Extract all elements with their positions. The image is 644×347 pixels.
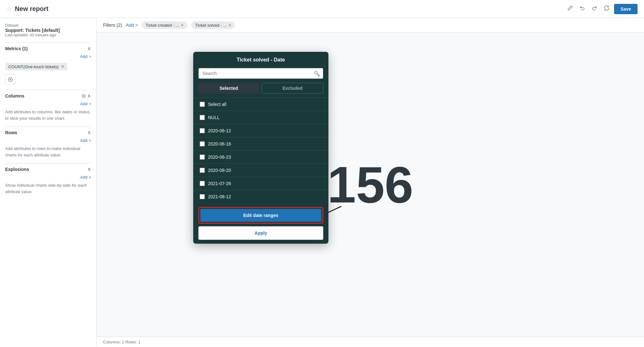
page-title: New report	[15, 5, 48, 13]
list-item-2020-08-20[interactable]: 2020-08-20	[193, 164, 328, 177]
columns-collapse-button[interactable]: ∧	[87, 93, 91, 99]
explosions-collapse-button[interactable]: ∧	[87, 166, 91, 172]
columns-placeholder: Add attributes to columns, like dates or…	[5, 109, 91, 121]
tab-excluded[interactable]: Excluded	[262, 83, 323, 94]
filters-label: Filters (2)	[103, 23, 122, 28]
sidebar: Dataset Support: Tickets [default] Last …	[0, 18, 97, 347]
dropdown-search-container: 🔍	[193, 68, 328, 83]
dataset-updated: Last updated: 43 minutes ago	[5, 33, 91, 37]
list-item-2021-08-12-label: 2021-08-12	[208, 194, 231, 199]
filters-add-button[interactable]: Add >	[126, 23, 138, 28]
explosions-placeholder: Show individual charts side-by-side for …	[5, 182, 91, 195]
checkbox-2020-06-16[interactable]	[200, 141, 205, 146]
status-text: Columns: 1 Rows: 1	[103, 340, 140, 344]
top-bar: ☆ New report	[0, 0, 644, 18]
chart-area: 156 Ticket solved - Date 🔍	[97, 33, 644, 337]
star-icon[interactable]: ☆	[6, 5, 12, 13]
rows-collapse-button[interactable]: ∧	[87, 129, 91, 136]
list-item-2021-07-26[interactable]: 2021-07-26	[193, 177, 328, 190]
save-button[interactable]: Save	[614, 4, 638, 14]
list-item-2020-08-20-label: 2020-08-20	[208, 168, 231, 173]
search-input[interactable]	[198, 68, 323, 79]
checkbox-2021-07-26[interactable]	[200, 181, 205, 186]
status-bar: Columns: 1 Rows: 1	[97, 337, 644, 347]
app: ☆ New report	[0, 0, 644, 347]
edit-date-ranges-button[interactable]: Edit date ranges	[200, 209, 321, 222]
filter-chip-ticket-solved-close[interactable]: ×	[229, 23, 231, 28]
edit-button[interactable]	[565, 3, 575, 14]
filter-chip-ticket-created-label: Ticket created - ...	[146, 23, 179, 28]
redo-button[interactable]	[590, 3, 599, 14]
list-item-null-label: NULL	[208, 115, 220, 120]
sidebar-section-explosions: Explosions ∧ Add > Show individual chart…	[5, 163, 91, 195]
explosions-title: Explosions	[5, 167, 29, 172]
filter-chip-ticket-created-close[interactable]: ×	[181, 23, 184, 28]
filter-chip-ticket-created[interactable]: Ticket created - ... ×	[142, 21, 187, 29]
metric-chip-label: COUNT(One-touch tickets)	[8, 64, 59, 69]
rows-add-link[interactable]: Add >	[5, 138, 91, 143]
checkbox-select-all[interactable]	[200, 102, 205, 107]
explosions-add-link[interactable]: Add >	[5, 175, 91, 180]
list-item-2020-06-16-label: 2020-06-16	[208, 141, 231, 146]
apply-button[interactable]: Apply	[198, 226, 323, 240]
explosions-header: Explosions ∧	[5, 163, 91, 175]
svg-point-1	[10, 79, 11, 80]
dropdown-header: Ticket solved - Date	[193, 52, 328, 68]
dropdown-panel: Ticket solved - Date 🔍 Selected	[193, 52, 328, 244]
checkbox-2020-08-20[interactable]	[200, 168, 205, 173]
columns-title: Columns	[5, 93, 24, 98]
metrics-collapse-button[interactable]: ∧	[87, 45, 91, 52]
columns-shuffle-icon	[81, 94, 86, 98]
list-item-2021-07-26-label: 2021-07-26	[208, 181, 231, 186]
main-area: Dataset Support: Tickets [default] Last …	[0, 18, 644, 347]
refresh-button[interactable]	[602, 3, 611, 14]
list-item-2020-06-12-label: 2020-06-12	[208, 128, 231, 133]
filters-bar: Filters (2) Add > Ticket created - ... ×…	[97, 18, 644, 33]
top-bar-left: ☆ New report	[6, 5, 565, 13]
dropdown-title: Ticket solved - Date	[237, 57, 285, 62]
big-number: 156	[327, 159, 413, 211]
tab-selected[interactable]: Selected	[198, 83, 259, 94]
list-item-2020-06-23-label: 2020-06-23	[208, 155, 231, 160]
checkbox-2021-08-12[interactable]	[200, 194, 205, 199]
checkbox-2020-06-23[interactable]	[200, 155, 205, 160]
dropdown-footer: Edit date ranges Apply	[193, 203, 328, 244]
dropdown-list: Select all NULL 2020-06-12	[193, 98, 328, 203]
columns-header: Columns ∧	[5, 90, 91, 101]
checkbox-2020-06-12[interactable]	[200, 128, 205, 133]
filter-icon-button[interactable]	[5, 74, 15, 85]
sidebar-section-metrics: Metrics (1) ∧ Add > COUNT(One-touch tick…	[5, 42, 91, 85]
metrics-header: Metrics (1) ∧	[5, 42, 91, 54]
metrics-add-link[interactable]: Add >	[5, 54, 91, 59]
list-item-2021-08-12[interactable]: 2021-08-12	[193, 190, 328, 203]
rows-title: Rows	[5, 130, 17, 135]
search-input-wrapper: 🔍	[198, 68, 323, 79]
edit-date-ranges-highlight: Edit date ranges	[198, 207, 323, 224]
list-item-2020-06-12[interactable]: 2020-06-12	[193, 124, 328, 137]
filter-chip-ticket-solved[interactable]: Ticket solved - ... ×	[191, 21, 235, 29]
dataset-label: Dataset	[5, 23, 91, 28]
rows-header: Rows ∧	[5, 127, 91, 138]
sidebar-section-rows: Rows ∧ Add > Add attributes to rows to m…	[5, 127, 91, 158]
content: Filters (2) Add > Ticket created - ... ×…	[97, 18, 644, 347]
dataset-name: Support: Tickets [default]	[5, 28, 91, 33]
list-item-select-all[interactable]: Select all	[193, 98, 328, 111]
columns-add-link[interactable]: Add >	[5, 101, 91, 106]
list-item-select-all-label: Select all	[208, 102, 226, 107]
top-bar-actions: Save	[565, 3, 638, 14]
metric-chip: COUNT(One-touch tickets) ×	[5, 63, 67, 70]
list-item-2020-06-16[interactable]: 2020-06-16	[193, 137, 328, 150]
metric-chip-close[interactable]: ×	[61, 64, 64, 69]
undo-button[interactable]	[577, 3, 587, 14]
list-item-null[interactable]: NULL	[193, 111, 328, 124]
sidebar-section-columns: Columns ∧ Add > Add attributes to column…	[5, 90, 91, 121]
dropdown-tabs: Selected Excluded	[193, 83, 328, 98]
metrics-title: Metrics (1)	[5, 46, 28, 51]
checkbox-null[interactable]	[200, 115, 205, 120]
list-item-2020-06-23[interactable]: 2020-06-23	[193, 150, 328, 164]
sidebar-dataset: Dataset Support: Tickets [default] Last …	[5, 23, 91, 37]
rows-placeholder: Add attributes to rows to make individua…	[5, 145, 91, 158]
filter-chip-ticket-solved-label: Ticket solved - ...	[195, 23, 227, 28]
search-icon: 🔍	[314, 70, 320, 77]
